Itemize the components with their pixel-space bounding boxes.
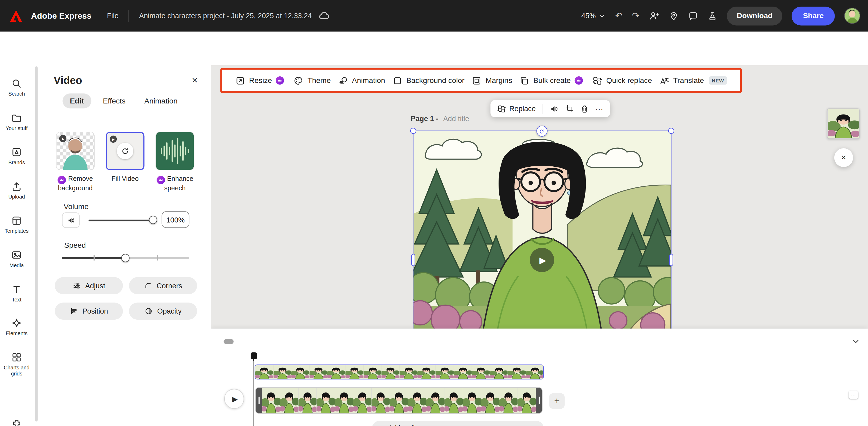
video-tools: ▶ ▶ [56,132,194,170]
speed-label: Speed [64,241,86,250]
remove-background-tool[interactable]: ▶ [56,132,95,170]
play-icon: ▶ [59,135,66,142]
timeline-play-button[interactable]: ▶ [224,389,244,409]
volume-slider-knob[interactable] [149,216,157,224]
avatar[interactable] [844,8,860,24]
sidebar-item-your-stuff[interactable]: Your stuff [1,112,33,131]
timeline-resize-handle[interactable] [224,339,234,344]
add-scene-button[interactable]: + [549,393,565,409]
timeline-collapse-button[interactable] [851,337,860,346]
selected-video-clip[interactable] [413,131,671,329]
cartoon-scene [413,131,671,329]
new-badge: NEW [709,76,727,85]
speed-slider-knob[interactable] [121,254,130,262]
volume-value-field[interactable]: 100% [161,211,189,228]
trash-icon [580,104,589,113]
toolbar-divider [542,104,543,114]
sidebar-item-media[interactable]: Media [1,249,33,268]
undo-button[interactable]: ↶ [615,11,622,20]
tab-effects[interactable]: Effects [96,94,133,108]
location-pin-icon[interactable] [669,11,679,21]
audio-button[interactable] [550,104,558,113]
sidebar-item-search[interactable]: Search [1,78,33,97]
quick-replace-button[interactable]: Quick replace [592,75,652,86]
page-thumbnail[interactable] [827,108,860,139]
crop-button[interactable] [565,104,574,113]
mute-button[interactable] [62,212,80,228]
deselect-button[interactable]: × [834,148,853,167]
corners-button[interactable]: Corners [129,277,197,294]
translate-button[interactable]: Translate NEW [659,75,727,86]
delete-button[interactable] [580,104,589,113]
resize-handle-top-left[interactable] [410,128,416,134]
file-menu[interactable]: File [107,11,119,20]
text-icon [11,284,22,295]
comment-icon[interactable] [688,11,698,21]
resize-button[interactable]: Resize [235,75,286,86]
download-button[interactable]: Download [727,6,782,25]
zoom-control[interactable]: 45% [581,11,606,20]
position-icon [69,307,78,316]
bulk-create-button[interactable]: Bulk create [519,75,585,86]
background-color-button[interactable]: Background color [392,75,464,86]
tab-animation[interactable]: Animation [137,94,185,108]
top-bar: Adobe Express File Animate characters pr… [0,0,868,32]
adobe-logo[interactable] [8,8,24,24]
opacity-button[interactable]: Opacity [129,302,197,320]
trim-handle-right[interactable] [536,388,542,413]
clip-more-options[interactable]: ⋯ [849,390,858,399]
media-icon [11,249,22,260]
invite-people-icon[interactable] [649,10,659,21]
document-title[interactable]: Animate characters project - July 25, 20… [139,11,312,20]
waveform-icon [156,132,194,170]
panel-scrollbar[interactable] [35,66,38,422]
page-title-placeholder[interactable]: Add title [443,114,469,123]
adjust-button[interactable]: Adjust [55,277,123,294]
share-button[interactable]: Share [792,6,835,25]
timeline: ⋯ ▶ + ♪ Add audio [211,329,868,426]
more-options-button[interactable]: ⋯ [595,104,603,113]
fill-video-tool[interactable]: ▶ [106,132,145,170]
brands-icon [11,146,22,158]
sidebar-item-text[interactable]: Text [1,284,33,303]
timeline-track-clip[interactable] [256,388,542,413]
adobe-express-app: Adobe Express File Animate characters pr… [0,0,868,426]
replace-button[interactable]: Replace [497,104,536,113]
redo-button[interactable]: ↷ [632,11,639,20]
enhance-speech-tool[interactable] [155,132,194,170]
cloud-sync-icon[interactable] [318,10,330,22]
document-toolbar: Resize Theme Animation Background color … [220,68,742,93]
premium-crown-icon [58,176,66,184]
sidebar-item-brands[interactable]: Brands [1,146,33,166]
margins-button[interactable]: Margins [472,75,512,86]
resize-handle-top-right[interactable] [668,128,674,134]
sidebar-item-addons[interactable] [1,418,33,426]
tab-edit[interactable]: Edit [63,94,91,108]
video-play-button[interactable]: ▶ [530,248,554,272]
video-panel: Video × Edit Effects Animation ▶ [37,32,211,426]
addons-icon [11,418,22,426]
timeline-track-video[interactable] [254,364,544,380]
panel-close-button[interactable]: × [192,75,198,85]
position-button[interactable]: Position [55,302,123,320]
resize-handle-right[interactable] [669,254,673,266]
playhead[interactable] [251,352,257,359]
fill-video-icon [117,143,133,159]
speed-tick [157,255,158,260]
elements-icon [11,318,22,329]
rotate-handle[interactable] [536,126,547,137]
sidebar-item-templates[interactable]: Templates [1,215,33,234]
animation-button[interactable]: Animation [338,75,385,86]
replace-icon [497,104,506,113]
sidebar-item-elements[interactable]: Elements [1,318,33,337]
add-audio-button[interactable]: ♪ Add audio [372,421,544,426]
sidebar-item-upload[interactable]: Upload [1,181,33,200]
volume-slider[interactable] [89,219,154,221]
resize-handle-left[interactable] [411,254,415,266]
sidebar-item-charts-grids[interactable]: Charts and grids [1,352,33,377]
theme-button[interactable]: Theme [293,75,331,86]
beta-lab-icon[interactable] [708,11,717,21]
adjust-icon [72,282,81,290]
trim-handle-left[interactable] [256,388,262,413]
app-name: Adobe Express [31,11,91,21]
